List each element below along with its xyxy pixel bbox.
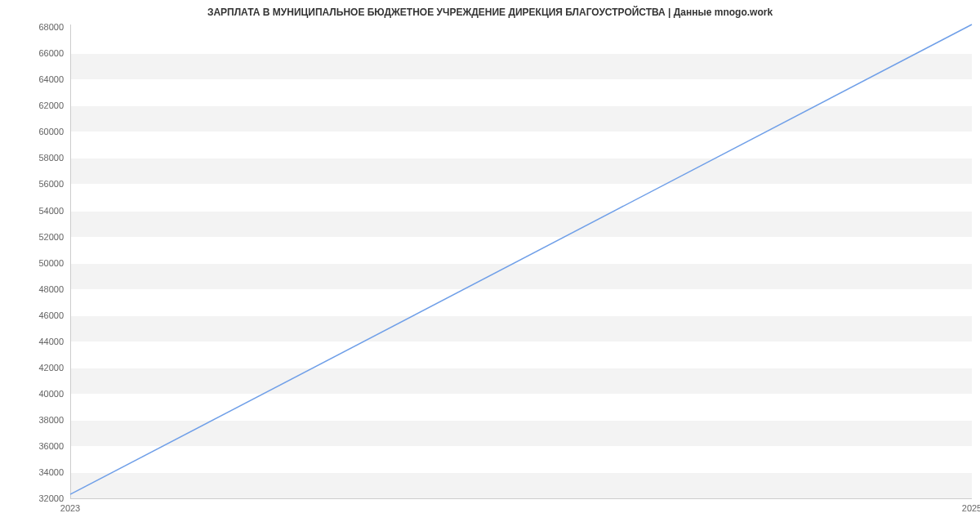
y-tick-label: 58000 [38,153,64,163]
y-tick-label: 48000 [38,284,64,294]
y-tick-label: 46000 [38,310,64,320]
y-tick-label: 62000 [38,100,64,110]
plot-area: 3200034000360003800040000420004400046000… [70,25,972,498]
y-tick-label: 42000 [38,363,64,373]
y-tick-label: 54000 [38,206,64,216]
y-tick-label: 60000 [38,127,64,136]
y-tick-label: 32000 [38,493,64,503]
y-tick-label: 56000 [38,179,64,189]
y-tick-label: 64000 [38,74,64,84]
data-line [70,25,972,494]
y-tick-label: 36000 [38,441,64,451]
y-tick-label: 68000 [38,22,64,32]
y-tick-label: 34000 [38,467,64,477]
x-tick-label: 2023 [60,503,80,513]
chart-title: ЗАРПЛАТА В МУНИЦИПАЛЬНОЕ БЮДЖЕТНОЕ УЧРЕЖ… [0,7,980,18]
x-tick-label: 2025 [962,503,980,513]
y-tick-label: 66000 [38,48,64,58]
y-tick-label: 38000 [38,415,64,425]
y-tick-label: 44000 [38,337,64,346]
y-tick-label: 50000 [38,258,64,268]
y-tick-label: 40000 [38,389,64,399]
y-tick-label: 52000 [38,232,64,242]
x-axis-line [70,498,972,499]
line-series [70,25,972,498]
chart-container: ЗАРПЛАТА В МУНИЦИПАЛЬНОЕ БЮДЖЕТНОЕ УЧРЕЖ… [0,0,980,531]
